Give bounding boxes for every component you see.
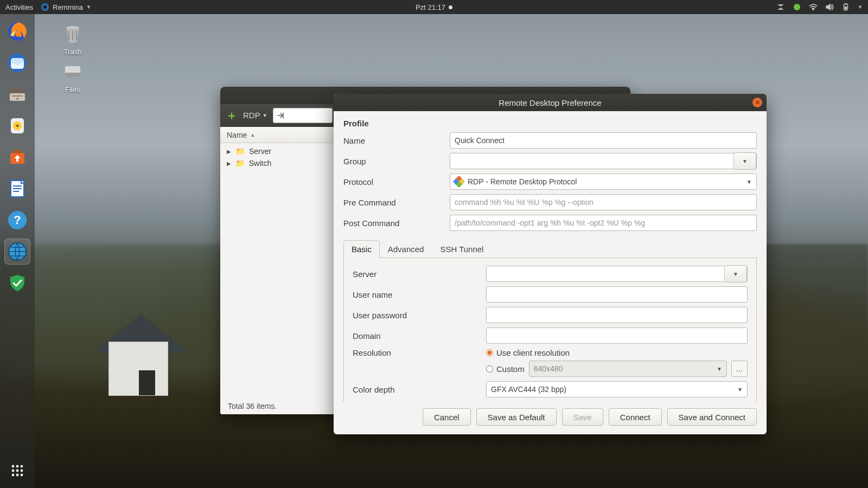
volume-icon[interactable] xyxy=(825,3,834,11)
server-combo[interactable]: ▼ xyxy=(486,266,748,282)
dock-app-libreoffice-writer[interactable] xyxy=(4,176,30,202)
folder-icon: 📁 xyxy=(235,147,245,156)
radio-label: Custom xyxy=(496,364,525,374)
tab-advanced[interactable]: Advanced xyxy=(380,240,432,258)
protocol-combo-value: RDP - Remote Desktop Protocol xyxy=(468,177,577,186)
select-value: GFX AVC444 (32 bpp) xyxy=(491,385,566,394)
tree-item-label: Server xyxy=(249,147,271,156)
desktop-icon-label: Files xyxy=(51,86,94,94)
pre-command-input[interactable] xyxy=(450,194,757,210)
username-input[interactable] xyxy=(486,286,748,303)
dock-app-shield[interactable] xyxy=(4,270,30,296)
svg-point-26 xyxy=(16,465,19,468)
show-applications-button[interactable] xyxy=(0,463,35,478)
sort-ascending-icon: ▲ xyxy=(250,132,255,138)
system-menu-caret-icon[interactable]: ▼ xyxy=(858,4,863,10)
expander-icon: ▶ xyxy=(227,149,233,155)
protocol-dropdown-label: RDP xyxy=(243,111,260,120)
group-combo[interactable]: ▼ xyxy=(450,153,757,169)
connect-button[interactable]: Connect xyxy=(609,408,662,426)
rdp-protocol-icon xyxy=(453,176,465,188)
resolution-more-button[interactable]: … xyxy=(731,361,748,377)
custom-resolution-select[interactable]: 640x480 ▼ xyxy=(529,361,727,377)
label-post-command: Post Command xyxy=(343,219,450,228)
dock-app-help[interactable]: ? xyxy=(4,207,30,233)
domain-input[interactable] xyxy=(486,328,748,344)
svg-point-25 xyxy=(12,465,15,468)
svg-point-1 xyxy=(43,5,47,9)
add-connection-button[interactable]: ＋ xyxy=(226,107,238,124)
radio-use-client-resolution[interactable]: Use client resolution xyxy=(486,348,748,357)
chevron-down-icon: ▼ xyxy=(717,366,722,372)
radio-custom-resolution[interactable]: Custom xyxy=(486,364,525,374)
color-depth-select[interactable]: GFX AVC444 (32 bpp) ▼ xyxy=(486,381,748,397)
chevron-down-icon: ▼ xyxy=(733,271,738,277)
name-input[interactable] xyxy=(450,132,757,149)
protocol-dropdown[interactable]: RDP ▼ xyxy=(243,111,267,120)
dock-app-files[interactable] xyxy=(4,81,30,107)
svg-point-14 xyxy=(16,125,18,127)
tab-basic[interactable]: Basic xyxy=(343,240,380,258)
dock-app-thunderbird[interactable] xyxy=(4,50,30,76)
dialog-titlebar[interactable]: Remote Desktop Preference ✕ xyxy=(334,94,767,111)
save-and-connect-button[interactable]: Save and Connect xyxy=(667,408,757,426)
trash-icon xyxy=(61,22,85,46)
svg-rect-20 xyxy=(13,191,19,192)
label-password: User password xyxy=(353,311,486,320)
desktop-icon-files[interactable]: Files xyxy=(51,60,94,94)
dock-app-firefox[interactable] xyxy=(4,18,30,44)
svg-rect-4 xyxy=(845,3,847,4)
label-server: Server xyxy=(353,269,486,279)
chevron-down-icon: ▼ xyxy=(737,387,743,393)
app-menu[interactable]: Remmina ▼ xyxy=(41,3,91,11)
settings-tabs: Basic Advanced SSH Tunnel xyxy=(343,240,757,258)
tab-panel-basic: Server ▼ User name User password Domain xyxy=(343,258,757,402)
section-profile-title: Profile xyxy=(343,119,757,128)
svg-rect-18 xyxy=(13,185,22,187)
desktop-icon-trash[interactable]: Trash xyxy=(51,22,94,56)
radio-input[interactable] xyxy=(486,349,493,356)
svg-point-2 xyxy=(794,4,800,10)
radio-label: Use client resolution xyxy=(496,348,570,357)
chevron-down-icon: ▼ xyxy=(746,179,752,185)
password-input[interactable] xyxy=(486,307,748,323)
save-as-default-button[interactable]: Save as Default xyxy=(476,408,557,426)
dock-app-remmina[interactable] xyxy=(4,239,30,265)
svg-point-37 xyxy=(78,74,79,76)
label-color-depth: Color depth xyxy=(353,385,486,394)
clock[interactable]: Pzt 21:17 xyxy=(416,3,452,11)
radio-input[interactable] xyxy=(486,365,493,373)
label-domain: Domain xyxy=(353,331,486,341)
gnome-top-bar: Activities Remmina ▼ Pzt 21:17 ▼ xyxy=(0,0,868,14)
dock-app-software[interactable] xyxy=(4,144,30,170)
clock-label: Pzt 21:17 xyxy=(416,3,445,11)
launcher-dock: ? xyxy=(0,14,35,488)
folder-icon: 📁 xyxy=(235,159,245,168)
column-header-name: Name xyxy=(227,131,247,139)
svg-point-33 xyxy=(21,474,23,477)
chevron-down-icon: ▼ xyxy=(86,4,91,10)
svg-rect-10 xyxy=(12,95,23,97)
tab-ssh-tunnel[interactable]: SSH Tunnel xyxy=(432,240,492,258)
battery-icon[interactable] xyxy=(841,3,850,11)
save-button[interactable]: Save xyxy=(562,408,603,426)
activities-button[interactable]: Activities xyxy=(5,3,33,11)
notification-dot-icon xyxy=(449,5,452,9)
connect-icon xyxy=(277,111,285,120)
close-button[interactable]: ✕ xyxy=(752,98,762,107)
label-protocol: Protocol xyxy=(343,177,450,187)
svg-point-11 xyxy=(16,98,18,100)
protocol-combo[interactable]: RDP - Remote Desktop Protocol ▼ xyxy=(450,174,757,190)
svg-point-32 xyxy=(16,474,19,477)
wifi-icon[interactable] xyxy=(809,3,818,11)
svg-point-27 xyxy=(21,465,23,468)
zorin-indicator-icon[interactable] xyxy=(776,3,785,11)
status-indicator-icon[interactable] xyxy=(793,3,801,11)
cancel-button[interactable]: Cancel xyxy=(423,408,471,426)
post-command-input[interactable] xyxy=(450,215,757,231)
quick-connect-input[interactable] xyxy=(273,108,333,123)
svg-rect-19 xyxy=(13,188,22,189)
dock-app-rhythmbox[interactable] xyxy=(4,113,30,139)
drive-icon xyxy=(61,60,85,84)
dialog-button-bar: Cancel Save as Default Save Connect Save… xyxy=(334,402,767,434)
